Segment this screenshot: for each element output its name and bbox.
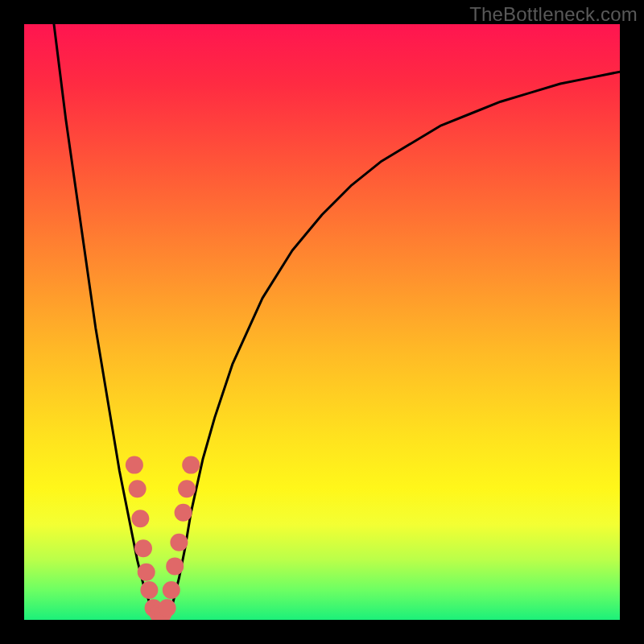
marker-dot <box>175 504 192 522</box>
marker-dot <box>140 581 158 599</box>
marker-dot <box>131 510 149 527</box>
marker-dot <box>163 581 180 599</box>
marker-dot <box>134 539 152 557</box>
chart-frame: TheBottleneck.com <box>0 0 644 644</box>
marker-dot <box>170 534 188 551</box>
watermark-text: TheBottleneck.com <box>469 3 638 26</box>
marker-dot <box>182 456 200 474</box>
gradient-background <box>24 24 620 620</box>
marker-dot <box>126 456 143 474</box>
marker-dot <box>159 599 176 617</box>
bottleneck-chart <box>24 24 620 620</box>
marker-dot <box>129 480 147 497</box>
marker-dot <box>138 564 155 581</box>
marker-dot <box>178 480 196 497</box>
marker-dot <box>166 557 184 575</box>
